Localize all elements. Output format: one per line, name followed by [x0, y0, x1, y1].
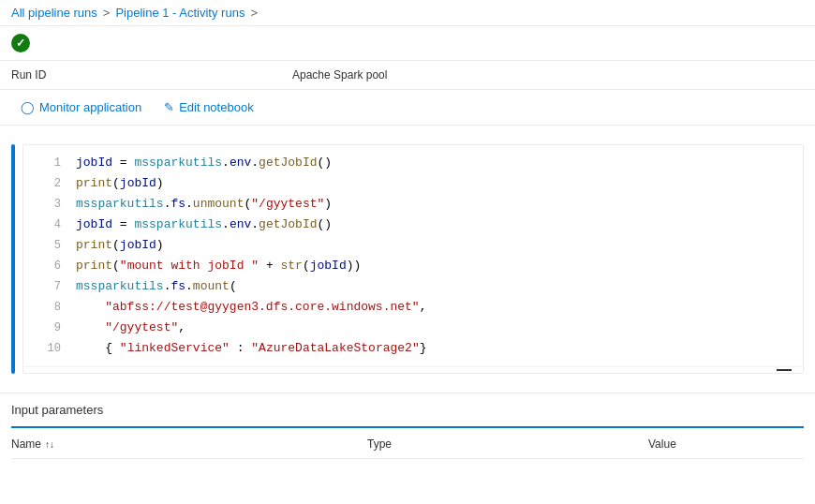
col-type-header: Type — [367, 437, 648, 451]
code-line-4: 4 jobId = mssparkutils.env.getJobId() — [23, 215, 803, 235]
code-text-5: print(jobId) — [76, 235, 164, 256]
code-text-3: mssparkutils.fs.unmount("/gyytest") — [76, 194, 332, 215]
line-num-1: 1 — [35, 153, 61, 173]
code-block: 1 jobId = mssparkutils.env.getJobId() 2 … — [23, 145, 803, 366]
empty-rows — [11, 459, 804, 497]
code-line-5: 5 print(jobId) — [23, 235, 803, 256]
breadcrumb-bar: All pipeline runs > Pipeline 1 - Activit… — [0, 0, 815, 26]
line-num-8: 8 — [35, 297, 61, 318]
input-params-section: Input parameters Name ↑↓ Type Value — [0, 393, 815, 497]
line-num-6: 6 — [35, 256, 61, 276]
col-value-header: Value — [648, 437, 804, 451]
sort-icon[interactable]: ↑↓ — [45, 439, 54, 450]
code-text-2: print(jobId) — [76, 173, 164, 194]
line-num-2: 2 — [35, 173, 61, 194]
monitor-application-button[interactable]: ◯ Monitor application — [11, 96, 151, 119]
code-line-3: 3 mssparkutils.fs.unmount("/gyytest") — [23, 194, 803, 215]
code-line-2: 2 print(jobId) — [23, 173, 803, 194]
code-footer — [23, 366, 803, 373]
tab-bar: Input parameters — [11, 393, 804, 428]
line-num-3: 3 — [35, 194, 61, 215]
all-pipeline-runs-link[interactable]: All pipeline runs — [11, 6, 97, 20]
action-row: ◯ Monitor application ✎ Edit notebook — [0, 90, 815, 126]
line-num-4: 4 — [35, 215, 61, 235]
line-num-5: 5 — [35, 235, 61, 256]
blue-strip — [11, 144, 15, 374]
code-text-1: jobId = mssparkutils.env.getJobId() — [76, 153, 332, 173]
minimize-bar[interactable] — [777, 369, 792, 371]
success-icon: ✓ — [11, 34, 30, 52]
code-line-10: 10 { "linkedService" : "AzureDataLakeSto… — [23, 338, 803, 359]
pipeline-activity-link[interactable]: Pipeline 1 - Activity runs — [115, 6, 244, 20]
code-text-4: jobId = mssparkutils.env.getJobId() — [76, 215, 332, 235]
code-line-7: 7 mssparkutils.fs.mount( — [23, 276, 803, 297]
column-headers: Run ID Apache Spark pool — [0, 61, 815, 90]
edit-icon: ✎ — [164, 100, 174, 114]
status-row: ✓ — [0, 26, 815, 61]
line-num-9: 9 — [35, 318, 61, 338]
code-line-6: 6 print("mount with jobId " + str(jobId)… — [23, 256, 803, 276]
code-editor: 1 jobId = mssparkutils.env.getJobId() 2 … — [22, 144, 804, 374]
monitor-label: Monitor application — [39, 100, 141, 114]
breadcrumb-sep-1: > — [103, 6, 111, 20]
code-text-9: "/gyytest", — [76, 318, 185, 338]
code-text-8: "abfss://test@gyygen3.dfs.core.windows.n… — [76, 297, 427, 318]
code-text-7: mssparkutils.fs.mount( — [76, 276, 237, 297]
code-text-6: print("mount with jobId " + str(jobId)) — [76, 256, 361, 276]
line-num-10: 10 — [35, 338, 61, 359]
edit-notebook-button[interactable]: ✎ Edit notebook — [155, 96, 263, 119]
spark-pool-header: Apache Spark pool — [292, 68, 804, 82]
tab-input-parameters[interactable]: Input parameters — [11, 393, 103, 428]
code-line-8: 8 "abfss://test@gyygen3.dfs.core.windows… — [23, 297, 803, 318]
code-line-1: 1 jobId = mssparkutils.env.getJobId() — [23, 153, 803, 173]
code-text-10: { "linkedService" : "AzureDataLakeStorag… — [76, 338, 427, 359]
col-name-header: Name ↑↓ — [11, 437, 367, 451]
breadcrumb-sep-2: > — [250, 6, 258, 20]
code-line-9: 9 "/gyytest", — [23, 318, 803, 338]
col-name-label: Name — [11, 437, 41, 451]
edit-label: Edit notebook — [179, 100, 254, 114]
table-headers: Name ↑↓ Type Value — [11, 428, 804, 459]
line-num-7: 7 — [35, 276, 61, 297]
content-area: 1 jobId = mssparkutils.env.getJobId() 2 … — [0, 126, 815, 393]
monitor-icon: ◯ — [21, 100, 35, 114]
run-id-header: Run ID — [11, 68, 292, 82]
